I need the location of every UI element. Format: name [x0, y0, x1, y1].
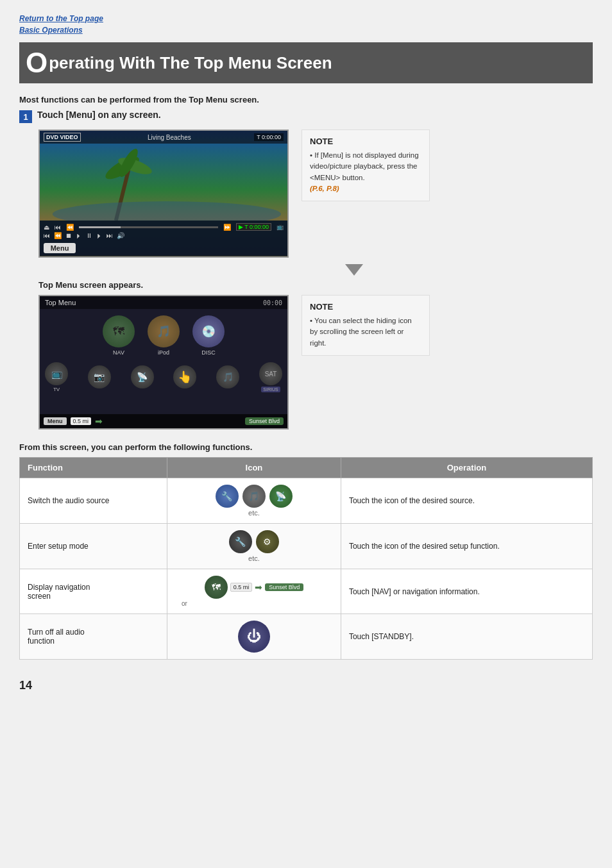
step-1: 1 Touch [Menu] on any screen.	[19, 110, 593, 123]
nav-icon: 🗺	[205, 576, 228, 599]
dvd-beach-image	[40, 144, 287, 221]
note-2-title: NOTE	[310, 302, 421, 312]
table-row: Turn off all audio function ⏻ Touch [STA…	[20, 614, 593, 660]
tm-cam-icon[interactable]: 📷	[88, 365, 111, 388]
table-row: Switch the audio source 🔧 🎵 📡 etc. Touch…	[20, 478, 593, 524]
step-1-label: Touch [Menu] on any screen.	[37, 110, 161, 120]
audio-icon-1: 🔧	[216, 485, 239, 508]
title-big-letter: O	[26, 49, 47, 77]
note-box-2: NOTE • You can select the hiding icon by…	[302, 295, 430, 356]
setup-icon-2: ⚙	[256, 530, 279, 553]
tm-disc-icon-item: 💿 DISC	[192, 315, 225, 356]
table-row: Enter setup mode 🔧 ⚙ etc. Touch the icon…	[20, 524, 593, 569]
tm-sirius-icon[interactable]: SAT	[259, 362, 282, 385]
operation-cell-1: Touch the icon of the desired source.	[341, 478, 592, 524]
arrow-down	[115, 264, 593, 278]
dvd-prev-track-icon: ⏪	[54, 232, 62, 239]
tm-wifi-icon[interactable]: 📡	[131, 365, 154, 388]
tm-header-text: Top Menu	[45, 299, 76, 306]
tm-ipod-label: iPod	[158, 349, 169, 356]
note-2-bullet: •	[310, 317, 314, 324]
breadcrumb-top-page[interactable]: Return to the Top page	[19, 13, 593, 24]
tm-time: 00:00	[263, 299, 282, 306]
ipod-icon-symbol: 🎵	[157, 324, 171, 338]
dvd-seek-bar	[79, 226, 218, 228]
tm-dist: 0.5 mi	[71, 417, 92, 425]
audio-icon-3: 📡	[269, 485, 293, 508]
tm-menu-btn[interactable]: Menu	[44, 417, 67, 425]
note-1-link[interactable]: (P.6, P.8)	[310, 185, 339, 192]
function-text-3a: Display navigation	[28, 583, 90, 592]
dvd-title: Living Beaches	[85, 134, 255, 141]
dvd-prev-icon: ⏮	[55, 224, 61, 231]
tm-disc-label: DISC	[201, 349, 216, 356]
tm-ipod-icon[interactable]: 🎵	[148, 315, 180, 347]
dvd-skip-fwd-icon: ⏭	[106, 232, 113, 239]
tm-music-col: 🎵	[216, 365, 239, 390]
dvd-menu-button[interactable]: Menu	[44, 243, 76, 253]
dvd-controls-row2: ⏮ ⏪ ⏹ ⏵ ⏸ ⏵ ⏭ 🔊	[44, 232, 284, 239]
tm-header: Top Menu 00:00	[40, 296, 287, 309]
function-text-4b: function	[28, 637, 55, 646]
function-cell-2: Enter setup mode	[20, 524, 167, 569]
function-text-1: Switch the audio source	[28, 496, 109, 505]
note-1-text: • If [Menu] is not displayed during vide…	[310, 150, 421, 194]
audio-icons-row: 🔧 🎵 📡	[175, 485, 333, 508]
nav-street-badge: Sunset Blvd	[265, 583, 303, 591]
dvd-play-icon: ⏵	[76, 232, 82, 239]
tm-icons-row: 🗺 NAV 🎵 iPod 💿 DISC	[40, 309, 287, 359]
dvd-screen-header: DVD VIDEO Living Beaches T 0:00:00	[40, 131, 287, 144]
tm-ipod-icon-item: 🎵 iPod	[148, 315, 180, 356]
tm-cam-col: 📷	[88, 365, 111, 390]
note-1-content: If [Menu] is not displayed during video/…	[310, 151, 419, 181]
intro-text: Most functions can be performed from the…	[19, 95, 593, 104]
dvd-controls-row1: ⏏ ⏮ ⏪ ⏩ ▶ T 0:00:00 📺	[44, 223, 284, 231]
page-title-bar: O perating With The Top Menu Screen	[19, 42, 593, 83]
audio-etc: etc.	[175, 509, 333, 517]
tm-tv-icon[interactable]: 📺	[45, 362, 68, 385]
tm-sirius-col: SAT SIRIUS	[259, 362, 282, 392]
tm-nav-icon[interactable]: 🗺	[103, 315, 135, 347]
setup-etc: etc.	[175, 555, 333, 562]
top-menu-screen: Top Menu 00:00 🗺 NAV 🎵 iPod 💿 DIS	[38, 295, 289, 430]
dvd-menu-area: Menu	[44, 240, 284, 253]
function-cell-3: Display navigation screen	[20, 569, 167, 614]
dvd-next-icon: ⏵	[96, 232, 103, 239]
table-header-row: Function Icon Operation	[20, 458, 593, 478]
tm-icons-row2: 📺 TV 📷 📡 👆 🎵 SAT SIRIUS	[40, 359, 287, 396]
audio-icon-2: 🎵	[242, 485, 266, 508]
tm-disc-icon[interactable]: 💿	[192, 315, 225, 347]
step-1-number: 1	[19, 110, 32, 123]
tm-turn-arrow-icon: ➡	[95, 416, 103, 426]
function-cell-1: Switch the audio source	[20, 478, 167, 524]
table-row: Display navigation screen 🗺 0.5 mi ➡ Sun…	[20, 569, 593, 614]
dvd-eject-icon: ⏏	[44, 224, 49, 231]
tm-nav-icon-item: 🗺 NAV	[103, 315, 135, 356]
dvd-time-display: ▶ T 0:00:00	[236, 223, 271, 231]
icon-cell-2: 🔧 ⚙ etc.	[167, 524, 341, 569]
nav-icons-row: 🗺 0.5 mi ➡ Sunset Blvd	[175, 576, 333, 599]
operation-cell-3: Touch [NAV] or navigation information.	[341, 569, 592, 614]
operation-text-4: Touch [STANDBY].	[349, 632, 414, 641]
icon-cell-1: 🔧 🎵 📡 etc.	[167, 478, 341, 524]
breadcrumb-basic-ops[interactable]: Basic Operations	[19, 24, 593, 36]
function-text-3b: screen	[28, 592, 51, 601]
tm-wifi-col: 📡	[131, 365, 154, 390]
dvd-sound-icon: 🔊	[117, 232, 124, 239]
tm-hand-icon[interactable]: 👆	[173, 365, 196, 388]
tm-street: Sunset Blvd	[245, 417, 284, 425]
nav-dist-badge: 0.5 mi	[230, 583, 253, 592]
dvd-pause-icon: ⏸	[86, 232, 92, 239]
arrow-down-triangle	[345, 264, 363, 276]
note-2-content: You can select the hiding icon by scroll…	[310, 317, 412, 347]
nav-turn-arrow: ➡	[255, 582, 262, 592]
dvd-mode-icon: 📺	[276, 224, 284, 230]
note-1-title: NOTE	[310, 137, 421, 146]
dvd-time: T 0:00:00	[254, 133, 284, 141]
functions-table: Function Icon Operation Switch the audio…	[19, 457, 593, 660]
dvd-stop-icon: ⏹	[65, 232, 72, 239]
tm-music-icon[interactable]: 🎵	[216, 365, 239, 388]
function-text-4a: Turn off all audio	[28, 628, 85, 637]
disc-icon-symbol: 💿	[201, 324, 216, 338]
operation-text-2: Touch the icon of the desired setup func…	[349, 542, 500, 551]
